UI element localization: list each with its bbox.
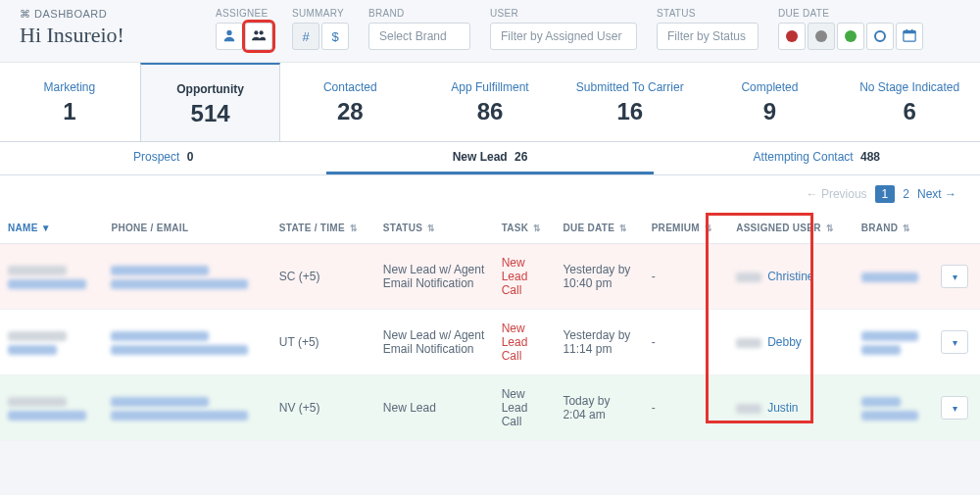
row-premium: - [644, 244, 728, 310]
col-phone[interactable]: PHONE / EMAIL [103, 213, 270, 244]
assigned-user-link[interactable]: Christine [767, 270, 813, 283]
chevron-down-icon: ▾ [953, 403, 957, 414]
redacted-avatar [736, 338, 761, 348]
redacted-brand [861, 272, 918, 282]
sort-icon: ⇅ [533, 223, 541, 233]
col-assigned[interactable]: ASSIGNED USER ⇅ [728, 213, 854, 244]
sort-icon: ⇅ [427, 223, 435, 233]
row-due: Yesterday by 11:14 pm [555, 310, 643, 375]
redacted-name [8, 345, 57, 355]
grey-dot-icon [815, 30, 827, 42]
summary-dollar-button[interactable]: $ [321, 23, 349, 50]
substage-attempting[interactable]: Attempting Contact 488 [654, 142, 980, 174]
due-calendar-button[interactable] [896, 23, 923, 50]
green-dot-icon [845, 30, 857, 42]
summary-label: SUMMARY [292, 8, 349, 19]
user-filter[interactable]: Filter by Assigned User [490, 23, 637, 50]
substage-prospect[interactable]: Prospect 0 [0, 142, 326, 174]
sort-icon: ⇅ [350, 223, 358, 233]
summary-count-button[interactable]: # [292, 23, 319, 50]
row-actions-button[interactable]: ▾ [941, 265, 968, 288]
assignee-me-button[interactable] [216, 23, 243, 50]
user-placeholder: Filter by Assigned User [501, 29, 621, 43]
row-actions-button[interactable]: ▾ [941, 330, 968, 354]
table-row[interactable]: UT (+5) New Lead w/ Agent Email Notifica… [0, 310, 980, 375]
redacted-name [8, 331, 67, 341]
redacted-name [8, 397, 67, 407]
stage-label: Opportunity [145, 82, 276, 96]
redacted-email [111, 411, 248, 421]
stage-tab-submitted[interactable]: Submitted To Carrier 16 [561, 63, 701, 141]
page-1[interactable]: 1 [875, 185, 896, 203]
stage-tab-marketing[interactable]: Marketing 1 [0, 63, 140, 141]
row-task: New Lead Call [494, 244, 556, 310]
redacted-avatar [736, 404, 761, 414]
substage-count: 26 [514, 150, 527, 164]
red-dot-icon [786, 30, 798, 42]
redacted-name [8, 266, 67, 275]
stage-tab-completed[interactable]: Completed 9 [701, 63, 841, 141]
stage-label: Submitted To Carrier [564, 80, 696, 94]
redacted-name [8, 411, 86, 421]
row-actions-button[interactable]: ▾ [941, 396, 968, 420]
table-row[interactable]: SC (+5) New Lead w/ Agent Email Notifica… [0, 244, 980, 310]
stage-count: 6 [844, 98, 975, 125]
redacted-brand [861, 345, 901, 355]
col-brand[interactable]: BRAND ⇅ [854, 213, 933, 244]
substage-tabs: Prospect 0 New Lead 26 Attempting Contac… [0, 142, 980, 175]
page-2[interactable]: 2 [903, 187, 909, 201]
stage-tab-contacted[interactable]: Contacted 28 [280, 63, 420, 141]
due-grey-button[interactable] [808, 23, 835, 50]
substage-label: Prospect [133, 150, 179, 164]
table-row[interactable]: NV (+5) New Lead New Lead Call Today by … [0, 375, 980, 441]
assigned-user-link[interactable]: Justin [767, 401, 798, 415]
svg-point-2 [260, 30, 264, 34]
redacted-brand [861, 331, 918, 341]
stage-label: No Stage Indicated [844, 80, 975, 94]
redacted-phone [111, 266, 209, 275]
stage-tabs: Marketing 1 Opportunity 514 Contacted 28… [0, 63, 980, 142]
stage-label: Contacted [284, 80, 416, 94]
substage-count: 488 [860, 150, 880, 164]
stage-label: Marketing [4, 80, 135, 94]
svg-rect-5 [906, 28, 908, 31]
brand-select[interactable]: Select Brand [368, 23, 470, 50]
status-filter[interactable]: Filter by Status [657, 23, 759, 50]
col-task[interactable]: TASK ⇅ [494, 213, 556, 244]
person-icon [222, 28, 236, 45]
redacted-email [111, 345, 248, 355]
dollar-icon: $ [331, 29, 338, 44]
brand-label: BRAND [368, 8, 470, 19]
next-page[interactable]: Next → [917, 187, 956, 201]
row-task: New Lead Call [494, 310, 556, 375]
row-status: New Lead w/ Agent Email Notification [375, 244, 494, 310]
calendar-icon [903, 28, 916, 45]
col-due[interactable]: DUE DATE ⇅ [555, 213, 643, 244]
col-name[interactable]: NAME ▼ [0, 213, 103, 244]
due-open-button[interactable] [866, 23, 894, 50]
assignee-team-button[interactable] [245, 23, 272, 50]
substage-new-lead[interactable]: New Lead 26 [326, 142, 653, 174]
due-red-button[interactable] [778, 23, 806, 50]
stage-tab-no-stage[interactable]: No Stage Indicated 6 [840, 63, 980, 141]
sort-icon: ⇅ [903, 223, 910, 233]
header-bar: ⌘ DASHBOARD Hi Insureio! ASSIGNEE [0, 0, 980, 63]
prev-page[interactable]: ← Previous [807, 187, 867, 201]
redacted-phone [111, 397, 209, 407]
chevron-down-icon: ▾ [953, 337, 957, 348]
col-premium[interactable]: PREMIUM ⇅ [644, 213, 728, 244]
dashboard-label: ⌘ DASHBOARD [20, 8, 216, 21]
col-state[interactable]: STATE / TIME ⇅ [271, 213, 375, 244]
stage-tab-app-fulfillment[interactable]: App Fulfillment 86 [420, 63, 561, 141]
col-status[interactable]: STATUS ⇅ [375, 213, 494, 244]
sort-icon: ⇅ [826, 223, 834, 233]
substage-count: 0 [187, 150, 194, 164]
assigned-user-link[interactable]: Debby [767, 335, 802, 349]
status-placeholder: Filter by Status [667, 29, 746, 43]
redacted-name [8, 279, 86, 289]
pagination: ← Previous 1 2 Next → [0, 175, 980, 213]
svg-point-0 [226, 29, 231, 34]
stage-tab-opportunity[interactable]: Opportunity 514 [140, 63, 281, 141]
stage-count: 28 [284, 98, 416, 125]
due-green-button[interactable] [837, 23, 864, 50]
